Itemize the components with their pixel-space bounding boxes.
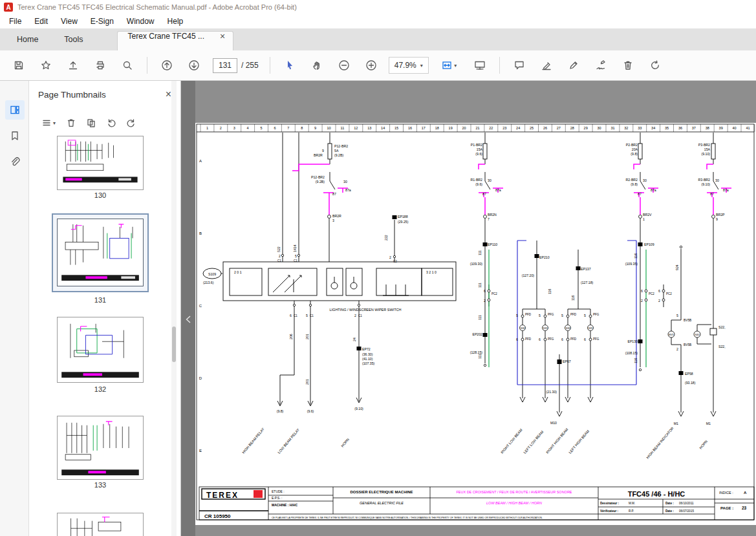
schematic-label: 29 — [584, 126, 588, 130]
rotate-left-button[interactable] — [107, 118, 116, 127]
schematic-label: 87 — [638, 192, 642, 196]
schematic-label: PC2 — [649, 292, 654, 295]
schematic-label: 5 — [561, 314, 563, 317]
thumbnail-options-button[interactable]: ▾ — [42, 118, 56, 127]
zoom-level-dropdown[interactable]: 47.9% ▾ — [389, 57, 429, 74]
tab-document-label: Terex Crane TFC45 ... — [128, 32, 205, 50]
schematic-label: E — [199, 449, 202, 453]
schematic-label: 39 — [719, 126, 723, 130]
zoom-in-button[interactable] — [361, 55, 382, 76]
terex-logo-red-mark — [254, 490, 263, 498]
chevron-left-icon — [186, 316, 191, 323]
bookmark-icon — [10, 131, 20, 141]
rail-bookmarks-button[interactable] — [5, 126, 25, 145]
schematic-label: (109.30) — [470, 262, 483, 266]
display-monitor-icon — [474, 60, 486, 70]
schematic-label: 28 — [570, 126, 574, 130]
refresh-button[interactable] — [645, 55, 665, 76]
page-thumbnail-130[interactable] — [57, 136, 144, 190]
schematic-label: 6 — [658, 289, 660, 293]
display-settings-button[interactable] — [470, 55, 490, 76]
tab-close-icon[interactable]: × — [220, 32, 225, 50]
schematic-label: MACHINE : H/HC — [272, 503, 297, 507]
page-thumbnail-133[interactable] — [57, 416, 144, 480]
chevron-down-icon: ▾ — [53, 120, 56, 126]
star-button[interactable] — [36, 55, 56, 76]
tab-tools[interactable]: Tools — [51, 28, 96, 50]
zoom-search-button[interactable] — [117, 55, 138, 76]
zoom-out-button[interactable] — [334, 55, 354, 76]
panel-scrollbar-thumb[interactable] — [172, 327, 176, 362]
schematic-label: PFD — [525, 313, 532, 316]
save-button[interactable] — [8, 55, 29, 76]
schematic-label: 522 — [277, 246, 281, 252]
schematic-label: 15A — [477, 147, 483, 151]
schematic-label: EP72 — [362, 347, 371, 351]
schematic-label: 6 — [561, 338, 563, 341]
schematic-label: LEFT HIGH BEAM — [568, 429, 590, 454]
page-thumbnail-131[interactable] — [57, 219, 144, 286]
schematic-label: PFG — [593, 338, 599, 341]
pdf-page[interactable]: 1234567891011121314151617181920212223242… — [195, 123, 756, 525]
panel-close-icon[interactable]: × — [166, 89, 171, 100]
next-page-button[interactable] — [184, 55, 204, 76]
schematic-label: PFG — [593, 313, 599, 316]
schematic-label: 206 — [289, 334, 293, 339]
page-number-input[interactable] — [213, 58, 237, 73]
schematic-label: RIGHT LOW BEAM — [500, 428, 523, 455]
schematic-label: PFD — [570, 313, 577, 316]
previous-page-icon — [161, 59, 173, 71]
schematic-label: BR2R — [332, 214, 341, 218]
delete-pages-button[interactable] — [618, 55, 638, 76]
comment-button[interactable] — [509, 55, 530, 76]
sign-button[interactable] — [563, 55, 584, 76]
schematic-label: (9.8) — [631, 182, 638, 186]
schematic-label: P1-BR2 — [471, 143, 482, 147]
schematic-label: PFG — [548, 313, 554, 316]
share-button[interactable] — [63, 55, 83, 76]
panel-scrollbar[interactable] — [171, 81, 177, 536]
delete-page-button[interactable] — [67, 118, 76, 127]
menu-window[interactable]: Window — [120, 17, 161, 26]
extract-page-button[interactable] — [87, 118, 96, 127]
select-tool-button[interactable] — [279, 55, 300, 76]
schematic-label: 201 — [305, 334, 309, 339]
rotate-right-button[interactable] — [127, 118, 136, 127]
schematic-label: P2-BR2 — [626, 143, 638, 147]
page-thumbnail-132[interactable] — [57, 317, 144, 383]
tab-document[interactable]: Terex Crane TFC45 ... × — [117, 31, 234, 50]
schematic-label: 2 — [279, 254, 281, 258]
menu-file[interactable]: File — [3, 17, 28, 26]
collapse-panel-button[interactable] — [184, 312, 193, 327]
schematic-label: Date : — [665, 502, 674, 505]
schematic-label: 30 — [343, 180, 347, 184]
schematic-label: 06/10/2011 — [679, 502, 694, 505]
previous-page-button[interactable] — [157, 55, 177, 76]
rail-page-thumbnails-button[interactable] — [5, 100, 25, 120]
page-thumbnail-next[interactable] — [57, 513, 144, 536]
ruler-numbers: 1234567891011121314151617181920212223242… — [206, 126, 750, 130]
tab-home[interactable]: Home — [4, 28, 51, 50]
schematic-label: 17 — [422, 126, 426, 130]
menu-edit[interactable]: Edit — [28, 17, 54, 26]
highlight-button[interactable] — [536, 55, 557, 76]
fit-width-button[interactable]: ▾ — [436, 55, 463, 76]
schematic-label: 9 — [716, 217, 718, 221]
schematic-label: BR2V — [643, 213, 652, 217]
schematic-label: M1 — [674, 422, 678, 425]
fill-sign-button[interactable] — [590, 55, 611, 76]
schematic-label: C1 — [294, 314, 297, 317]
schematic-label: 116 — [634, 358, 638, 363]
schematic-label: 8 — [301, 126, 303, 130]
menu-esign[interactable]: E-Sign — [84, 17, 120, 26]
hand-tool-button[interactable] — [307, 55, 327, 76]
rail-attachments-button[interactable] — [5, 152, 25, 171]
schematic-label: HORN — [698, 439, 708, 449]
panel-title: Page Thumbnails — [38, 90, 106, 100]
menu-help[interactable]: Help — [161, 17, 190, 26]
menu-view[interactable]: View — [54, 17, 84, 26]
schematic-label: (9.10) — [701, 182, 710, 186]
schematic-label: PFG — [548, 338, 554, 341]
print-button[interactable] — [90, 55, 111, 76]
wires-green — [489, 250, 646, 367]
